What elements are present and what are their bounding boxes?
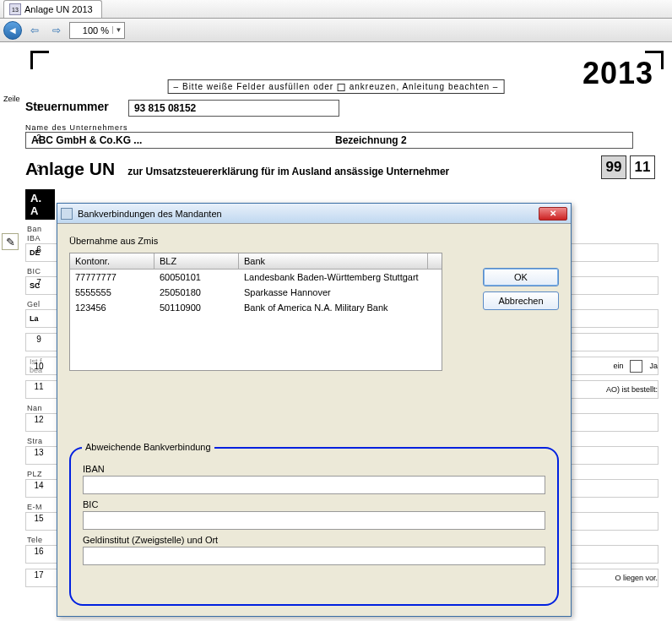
year: 2013 <box>583 56 653 91</box>
row-num: 10 <box>32 362 46 371</box>
table-row[interactable]: 5555555 25050180 Sparkasse Hannover <box>70 285 442 300</box>
inst-label: Geldinstitut (Zweigstelle) und Ort <box>83 535 545 545</box>
cancel-button[interactable]: Abbrechen <box>483 291 559 310</box>
row-num: 17 <box>32 570 46 580</box>
row-num: 4 <box>32 191 46 200</box>
row-num: 11 <box>32 382 46 391</box>
inst-input[interactable] <box>83 547 545 565</box>
next-icon[interactable]: ⇨ <box>47 21 66 40</box>
col-spacer <box>428 253 442 269</box>
tab-bar: 13 Anlage UN 2013 <box>0 0 672 19</box>
table-row[interactable]: 77777777 60050101 Landesbank Baden-Württ… <box>70 270 442 285</box>
col-kontonr[interactable]: Kontonr. <box>70 253 154 269</box>
checkbox-ja[interactable] <box>630 360 642 373</box>
modal-title-text: Bankverbindungen des Mandanten <box>78 209 222 219</box>
crop-corner-tl <box>30 51 49 69</box>
row-num: 9 <box>32 335 46 344</box>
row-num: 13 <box>32 448 46 457</box>
toolbar: ◄ ⇦ ⇨ ▼ <box>0 19 672 42</box>
steuernummer-field[interactable]: 93 815 08152 <box>128 100 339 117</box>
bic-input[interactable] <box>83 511 545 530</box>
close-icon[interactable]: ✕ <box>539 207 567 221</box>
anlage-subtitle: zur Umsatzsteuererklärung für im Ausland… <box>127 166 449 177</box>
zoom-input[interactable] <box>70 25 112 35</box>
document-tab[interactable]: 13 Anlage UN 2013 <box>3 0 102 18</box>
box-11: 11 <box>630 155 655 179</box>
row-num: 6 <box>32 245 46 254</box>
col-bank[interactable]: Bank <box>239 253 428 269</box>
col-blz[interactable]: BLZ <box>154 253 239 269</box>
hint-box: – Bitte weiße Felder ausfüllen oder ankr… <box>168 79 505 94</box>
row-num: 15 <box>32 514 46 523</box>
checkbox-icon <box>338 84 345 91</box>
tab-doc-icon: 13 <box>9 3 21 15</box>
company-field[interactable]: ABC GmbH & Co.KG ... Bezeichnung 2 <box>25 132 633 149</box>
box-99: 99 <box>601 155 626 179</box>
company-name-label: Name des Unternehmers <box>25 123 658 132</box>
row-num: 14 <box>32 481 46 490</box>
tab-title: Anlage UN 2013 <box>24 4 93 14</box>
ok-button[interactable]: OK <box>483 268 559 286</box>
zoom-select[interactable]: ▼ <box>69 22 125 39</box>
iban-input[interactable] <box>83 476 545 494</box>
row-num: 3 <box>32 164 46 173</box>
bank-modal: Bankverbindungen des Mandanten ✕ Übernah… <box>57 203 572 617</box>
grid-header: Kontonr. BLZ Bank <box>70 253 442 270</box>
row-num: 7 <box>32 278 46 287</box>
alt-bank-fieldset: Abweichende Bankverbindung IBAN BIC Geld… <box>69 447 559 606</box>
table-row[interactable]: 123456 50110900 Bank of America N.A. Mil… <box>70 300 442 315</box>
edit-icon[interactable]: ✎ <box>2 233 19 250</box>
chevron-down-icon[interactable]: ▼ <box>112 26 124 34</box>
row-num: 1 <box>32 103 46 112</box>
fieldset-legend: Abweichende Bankverbindung <box>82 442 214 452</box>
prev-icon[interactable]: ⇦ <box>25 21 44 40</box>
zeile-header: Zeile <box>3 95 20 103</box>
back-circle-icon[interactable]: ◄ <box>3 21 22 40</box>
bic-label: BIC <box>83 499 545 509</box>
row-num: 12 <box>32 415 46 424</box>
row-num: 16 <box>32 547 46 556</box>
window-icon <box>61 208 73 220</box>
modal-subtitle: Übernahme aus Zmis <box>69 236 559 246</box>
row-num: 2 <box>32 133 46 143</box>
bank-grid[interactable]: Kontonr. BLZ Bank 77777777 60050101 Land… <box>69 253 442 371</box>
modal-titlebar[interactable]: Bankverbindungen des Mandanten ✕ <box>57 204 571 224</box>
iban-label: IBAN <box>83 464 545 474</box>
